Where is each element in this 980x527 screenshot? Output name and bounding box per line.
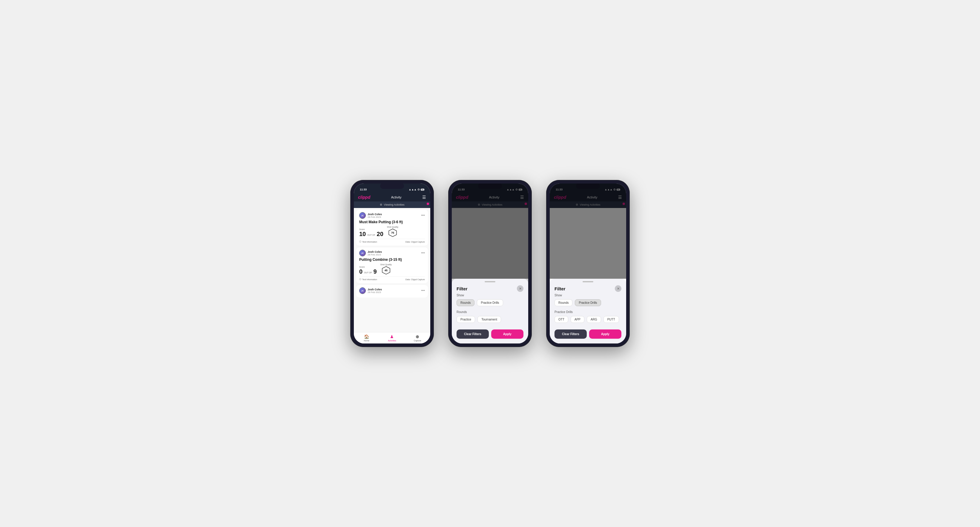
score-label-1: Score xyxy=(359,228,383,230)
show-chips-3: Rounds Practice Drills xyxy=(555,299,621,306)
user-date-2: 28 Feb 2023 xyxy=(368,253,382,256)
card-2: JC Josh Coles 28 Feb 2023 ••• Putting Co… xyxy=(356,248,428,283)
filter-sheet-3: Filter ✕ Show Rounds Practice Drills Pra… xyxy=(550,279,626,343)
nav-home-1[interactable]: 🏠 Home xyxy=(354,332,379,343)
user-info-3: JC Josh Coles 28 Feb 2023 xyxy=(359,287,382,294)
filter-backdrop-3 xyxy=(550,184,626,279)
putt-chip-3[interactable]: PUTT xyxy=(603,316,619,323)
avatar-1: JC xyxy=(359,212,366,219)
more-dots-2[interactable]: ••• xyxy=(421,251,425,255)
practice-chip-2[interactable]: Practice xyxy=(457,316,475,323)
bottom-nav-1: 🏠 Home ♟ Activities ⊕ Capture xyxy=(354,332,430,343)
footer-data-1: Data: Clippd Capture xyxy=(406,241,425,243)
nav-activities-1[interactable]: ♟ Activities xyxy=(379,332,405,343)
status-icons-1: ▲▲▲ ⊙ 51 xyxy=(409,188,424,191)
out-of-1: OUT OF xyxy=(367,234,375,236)
menu-icon-1[interactable]: ☰ xyxy=(422,195,426,200)
filter-header-2: Filter ✕ xyxy=(452,282,528,294)
hex-badge-2: 45 xyxy=(382,266,390,275)
filter-overlay-3: Filter ✕ Show Rounds Practice Drills Pra… xyxy=(550,184,626,343)
home-label-1: Home xyxy=(364,340,369,342)
practice-drills-chips-3: OTT APP ARG PUTT xyxy=(555,316,621,323)
activities-label-1: Activities xyxy=(388,340,396,342)
activities-icon-1: ♟ xyxy=(390,334,394,339)
rounds-section-label-2: Rounds xyxy=(457,310,523,314)
tournament-chip-2[interactable]: Tournament xyxy=(477,316,501,323)
signal-icon: ▲▲▲ xyxy=(409,188,417,191)
filter-body-2: Show Rounds Practice Drills Rounds Pract… xyxy=(452,294,528,323)
capture-icon-1: ⊕ xyxy=(416,334,419,339)
out-of-2: OUT OF xyxy=(364,271,372,274)
filter-overlay-2: Filter ✕ Show Rounds Practice Drills Rou… xyxy=(452,184,528,343)
filter-title-3: Filter xyxy=(555,286,566,291)
show-label-3: Show xyxy=(555,294,621,297)
rounds-chip-2[interactable]: Rounds xyxy=(457,299,474,306)
activity-list-1: JC Josh Coles 28 Feb 2023 ••• Must Make … xyxy=(354,208,430,332)
card-stats-2: Score 0 OUT OF 9 Shot Quality xyxy=(359,264,425,275)
apply-btn-3[interactable]: Apply xyxy=(589,329,621,339)
notif-dot-1 xyxy=(427,203,429,205)
sq-value-2: 45 xyxy=(385,269,388,272)
user-name-2: Josh Coles xyxy=(368,250,382,253)
dynamic-island-1 xyxy=(380,183,404,189)
hex-badge-1: 75 xyxy=(388,229,397,237)
capture-label-1: Capture xyxy=(414,340,421,342)
practice-drills-chip-2[interactable]: Practice Drills xyxy=(477,299,503,306)
filter-header-3: Filter ✕ xyxy=(550,282,626,294)
card-title-1: Must Make Putting (3-6 ft) xyxy=(359,220,425,224)
practice-drills-section-label-3: Practice Drills xyxy=(555,310,621,314)
nav-title-1: Activity xyxy=(391,195,402,199)
home-icon-1: 🏠 xyxy=(364,334,369,339)
more-dots-3[interactable]: ••• xyxy=(421,289,425,293)
user-date-1: 28 Feb 2023 xyxy=(368,216,382,218)
score-1: 10 xyxy=(359,231,366,237)
arg-chip-3[interactable]: ARG xyxy=(587,316,601,323)
filter-icon-1: ⚙ xyxy=(380,203,382,206)
shots-2: 9 xyxy=(373,268,377,275)
wifi-icon: ⊙ xyxy=(417,188,420,191)
sq-value-1: 75 xyxy=(391,231,394,234)
filter-backdrop-2 xyxy=(452,184,528,279)
clear-filters-btn-3[interactable]: Clear Filters xyxy=(555,329,587,339)
apply-btn-2[interactable]: Apply xyxy=(491,329,523,339)
app-chip-3[interactable]: APP xyxy=(571,316,584,323)
sq-label-1: Shot Quality xyxy=(387,226,398,228)
scene: 11:33 ▲▲▲ ⊙ 51 clippd Activity ☰ ⚙ Viewi… xyxy=(338,162,642,365)
rounds-chip-3[interactable]: Rounds xyxy=(555,299,573,306)
filter-close-2[interactable]: ✕ xyxy=(517,285,523,292)
rounds-chips-2: Practice Tournament xyxy=(457,316,523,323)
nav-capture-1[interactable]: ⊕ Capture xyxy=(405,332,430,343)
viewing-bar-1[interactable]: ⚙ Viewing Activities xyxy=(354,202,430,208)
card-title-2: Putting Combine (3-15 ft) xyxy=(359,257,425,262)
logo-1: clippd xyxy=(358,195,370,200)
nav-bar-1: clippd Activity ☰ xyxy=(354,193,430,202)
user-date-3: 28 Feb 2023 xyxy=(368,291,382,294)
phone-3: 11:33 ▲▲▲ ⊙ 51 clippd Activity ☰ ⚙ Viewi… xyxy=(546,180,630,347)
footer-data-2: Data: Clippd Capture xyxy=(406,278,425,281)
time-1: 11:33 xyxy=(360,188,367,191)
battery-icon: 51 xyxy=(421,189,424,191)
card-stats-1: Score 10 OUT OF 20 Shot Quality xyxy=(359,226,425,237)
clear-filters-btn-2[interactable]: Clear Filters xyxy=(457,329,489,339)
ott-chip-3[interactable]: OTT xyxy=(555,316,568,323)
filter-title-2: Filter xyxy=(457,286,468,291)
footer-info-text-1: Test Information xyxy=(362,241,377,243)
more-dots-1[interactable]: ••• xyxy=(421,213,425,217)
sq-label-2: Shot Quality xyxy=(380,264,392,265)
user-name-3: Josh Coles xyxy=(368,288,382,291)
viewing-label-1: Viewing Activities xyxy=(384,203,405,206)
avatar-2: JC xyxy=(359,250,366,256)
card-1: JC Josh Coles 28 Feb 2023 ••• Must Make … xyxy=(356,210,428,246)
info-icon-2: ⓘ xyxy=(359,278,361,281)
filter-actions-2: Clear Filters Apply xyxy=(452,327,528,339)
phone-2: 11:33 ▲▲▲ ⊙ 51 clippd Activity ☰ ⚙ Viewi… xyxy=(448,180,532,347)
filter-close-3[interactable]: ✕ xyxy=(615,285,621,292)
footer-info-text-2: Test Information xyxy=(362,278,377,281)
filter-sheet-2: Filter ✕ Show Rounds Practice Drills Rou… xyxy=(452,279,528,343)
card-footer-1: ⓘ Test Information Data: Clippd Capture xyxy=(359,239,425,243)
show-label-2: Show xyxy=(457,294,523,297)
score-2: 0 xyxy=(359,268,363,275)
filter-actions-3: Clear Filters Apply xyxy=(550,327,626,339)
practice-drills-chip-3[interactable]: Practice Drills xyxy=(575,299,601,306)
user-name-1: Josh Coles xyxy=(368,213,382,216)
